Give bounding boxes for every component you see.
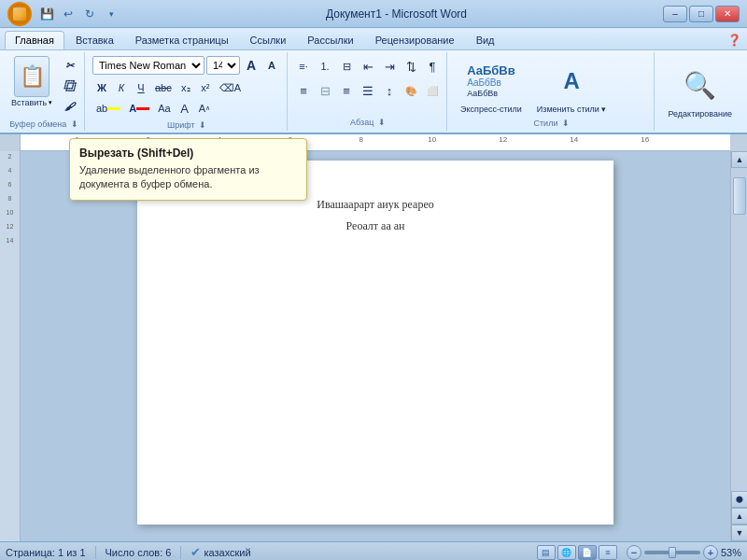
tab-home[interactable]: Главная xyxy=(5,31,64,49)
editing-button[interactable]: 🔍 Редактирование xyxy=(660,59,740,122)
zoom-percent: 53% xyxy=(721,547,741,558)
office-button[interactable] xyxy=(7,2,32,26)
multilevel-button[interactable]: ⊟ xyxy=(336,56,357,77)
statusbar: Страница: 1 из 1 Число слов: 6 ✔ казахск… xyxy=(0,541,747,560)
grow-font-button[interactable]: A xyxy=(242,56,261,75)
tab-review[interactable]: Рецензирование xyxy=(365,31,465,49)
zoom-slider-thumb[interactable] xyxy=(669,547,676,558)
minimize-button[interactable]: – xyxy=(663,6,687,22)
decrease-indent-button[interactable]: ⇤ xyxy=(358,56,378,77)
shading-button[interactable]: 🎨 xyxy=(401,80,421,101)
view-normal-button[interactable]: ▤ xyxy=(537,545,556,560)
titlebar: 💾 ↩ ↻ ▾ Документ1 - Microsoft Word – □ ✕ xyxy=(0,0,747,28)
restore-button[interactable]: □ xyxy=(689,6,713,22)
quick-more-button[interactable]: ▾ xyxy=(102,5,120,23)
page-line-2: Реоалт аа ан xyxy=(193,219,557,233)
superscript-button[interactable]: x² xyxy=(196,78,215,97)
font-size-select[interactable]: 14 xyxy=(206,56,240,75)
vertical-scrollbar: ▲ ⬤ ▲ ▼ xyxy=(730,151,747,541)
view-web-button[interactable]: 🌐 xyxy=(557,545,576,560)
ribbon: 📋 Вставить ▾ ✂ ⿻ 🖌 Буфер обмена ⬇ xyxy=(0,50,747,134)
numbering-button[interactable]: 1. xyxy=(315,56,335,77)
quick-redo-button[interactable]: ↻ xyxy=(80,5,99,23)
close-button[interactable]: ✕ xyxy=(715,6,740,22)
tab-references[interactable]: Ссылки xyxy=(240,31,297,49)
ribbon-tabs: Главная Вставка Разметка страницы Ссылки… xyxy=(0,28,747,50)
tooltip: Вырезать (Shift+Del) Удаление выделенног… xyxy=(69,138,307,201)
window-controls: – □ ✕ xyxy=(663,6,740,22)
editing-label: Редактирование xyxy=(668,109,732,119)
line-spacing-button[interactable]: ↕ xyxy=(379,80,400,101)
highlight-button[interactable]: ab xyxy=(92,99,124,118)
font-case-button[interactable]: Aa xyxy=(154,99,174,118)
align-center-button[interactable]: ⊟ xyxy=(315,80,335,101)
help-button[interactable]: ❓ xyxy=(725,31,743,49)
tab-mailings[interactable]: Рассылки xyxy=(297,31,363,49)
tab-insert[interactable]: Вставка xyxy=(65,31,124,49)
vertical-ruler: 2 4 6 8 10 12 14 xyxy=(0,151,21,541)
underline-button[interactable]: Ч xyxy=(132,78,150,97)
document-content[interactable]: Ивашаарарт аиук реарео Реоалт аа ан xyxy=(21,151,730,541)
font-effect-button[interactable]: A xyxy=(176,99,194,118)
change-styles-button[interactable]: A Изменить стили ▾ xyxy=(531,56,613,116)
copy-button[interactable]: ⿻ xyxy=(58,77,80,95)
paste-area: 📋 Вставить ▾ xyxy=(7,56,56,107)
zoom-out-button[interactable]: − xyxy=(627,545,641,560)
show-marks-button[interactable]: ¶ xyxy=(422,56,443,77)
clipboard-label: Буфер обмена ⬇ xyxy=(7,119,80,131)
quick-save-button[interactable]: 💾 xyxy=(37,5,56,23)
font-superscript2-button[interactable]: A∧ xyxy=(195,99,214,118)
prev-page-button[interactable]: ▲ xyxy=(731,508,747,525)
paste-button[interactable]: 📋 xyxy=(14,56,49,97)
tooltip-title: Вырезать (Shift+Del) xyxy=(79,147,297,160)
align-right-button[interactable]: ≡ xyxy=(336,80,357,101)
page-info: Страница: 1 из 1 xyxy=(6,547,86,558)
italic-button[interactable]: К xyxy=(112,78,131,97)
spell-check-status[interactable]: ✔ казахский xyxy=(190,545,250,559)
font-group: Times New Roman 14 A A Ж К Ч abc x₂ x² ⌫… xyxy=(87,52,288,131)
express-styles-button[interactable]: АаБбВв АаБбВв АаБбВв Экспресс-стили xyxy=(455,56,528,116)
clipboard-expand[interactable]: ⬇ xyxy=(71,119,78,129)
bullets-button[interactable]: ≡· xyxy=(293,56,314,77)
scroll-thumb[interactable] xyxy=(733,177,746,215)
font-expand[interactable]: ⬇ xyxy=(199,120,206,130)
document-page[interactable]: Ивашаарарт аиук реарео Реоалт аа ан xyxy=(137,161,613,525)
scroll-up-button[interactable]: ▲ xyxy=(731,151,747,168)
paragraph-expand[interactable]: ⬇ xyxy=(378,118,386,127)
styles-expand[interactable]: ⬇ xyxy=(562,119,570,128)
paragraph-group: ≡· 1. ⊟ ⇤ ⇥ ⇅ ¶ ≡ ⊟ ≡ ☰ ↕ 🎨 ⬜ xyxy=(289,52,447,131)
increase-indent-button[interactable]: ⇥ xyxy=(379,56,400,77)
clipboard-group: 📋 Вставить ▾ ✂ ⿻ 🖌 Буфер обмена ⬇ xyxy=(4,52,85,131)
next-page-button[interactable]: ▼ xyxy=(731,525,747,541)
borders-button[interactable]: ⬜ xyxy=(422,80,443,101)
font-name-select[interactable]: Times New Roman xyxy=(92,56,204,75)
view-outline-button[interactable]: ≡ xyxy=(599,545,617,560)
subscript-button[interactable]: x₂ xyxy=(176,78,195,97)
styles-label: Стили ⬇ xyxy=(455,118,648,130)
tab-view[interactable]: Вид xyxy=(466,31,505,49)
format-painter-button[interactable]: 🖌 xyxy=(58,97,80,116)
select-browse-button[interactable]: ⬤ xyxy=(731,491,747,508)
shrink-font-button[interactable]: A xyxy=(262,56,281,75)
editing-label-group xyxy=(660,128,740,131)
scroll-track[interactable] xyxy=(731,168,747,491)
view-print-button[interactable]: 📄 xyxy=(578,545,597,560)
font-color-button[interactable]: A xyxy=(125,99,153,118)
tab-layout[interactable]: Разметка страницы xyxy=(125,31,239,49)
clear-format-button[interactable]: ⌫A xyxy=(216,78,245,97)
zoom-slider-track[interactable] xyxy=(644,551,700,554)
justify-button[interactable]: ☰ xyxy=(358,80,378,101)
tooltip-body: Удаление выделенного фрагмента из докуме… xyxy=(79,163,297,192)
quick-undo-button[interactable]: ↩ xyxy=(59,5,78,23)
bold-button[interactable]: Ж xyxy=(92,78,111,97)
paste-dropdown[interactable]: Вставить ▾ xyxy=(11,97,52,107)
cut-button[interactable]: ✂ xyxy=(58,56,80,75)
sort-button[interactable]: ⇅ xyxy=(401,56,421,77)
align-left-button[interactable]: ≡ xyxy=(293,80,314,101)
zoom-in-button[interactable]: + xyxy=(703,545,718,560)
change-styles-label: Изменить стили ▾ xyxy=(537,105,607,114)
paragraph-label: Абзац ⬇ xyxy=(293,117,443,129)
styles-group: АаБбВв АаБбВв АаБбВв Экспресс-стили A Из… xyxy=(449,52,655,131)
word-count: Число слов: 6 xyxy=(106,547,172,558)
strikethrough-button[interactable]: abc xyxy=(151,78,176,97)
